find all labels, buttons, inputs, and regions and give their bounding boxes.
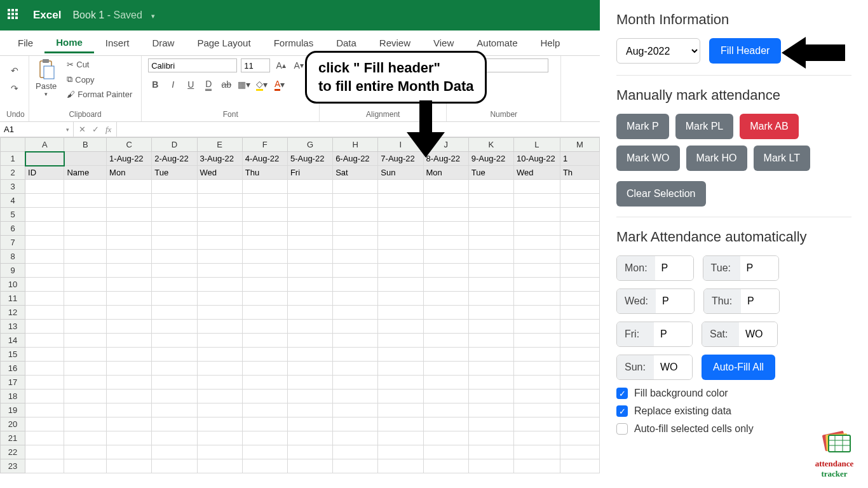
cell[interactable] — [64, 459, 107, 473]
cell[interactable] — [152, 236, 197, 250]
cell[interactable] — [378, 264, 423, 278]
cell[interactable] — [423, 459, 468, 473]
cell[interactable] — [468, 362, 513, 376]
cell[interactable] — [152, 194, 197, 208]
row-header[interactable]: 8 — [1, 250, 25, 264]
cell[interactable] — [513, 222, 560, 236]
cell[interactable] — [378, 180, 423, 194]
cell[interactable] — [423, 194, 468, 208]
cell[interactable] — [242, 417, 287, 431]
cell[interactable] — [107, 390, 152, 403]
cell[interactable] — [287, 362, 332, 376]
cell[interactable] — [468, 445, 513, 459]
cell[interactable]: Mon — [107, 166, 152, 180]
cell[interactable] — [107, 236, 152, 250]
cell[interactable] — [468, 459, 513, 473]
cell[interactable] — [468, 348, 513, 362]
cell[interactable] — [468, 417, 513, 431]
cell[interactable] — [197, 403, 242, 417]
cell[interactable] — [64, 306, 107, 320]
col-header[interactable]: M — [560, 138, 599, 152]
cell[interactable] — [287, 208, 332, 222]
cell[interactable] — [333, 194, 378, 208]
cell[interactable] — [513, 334, 560, 348]
cell[interactable] — [287, 445, 332, 459]
cell[interactable] — [333, 459, 378, 473]
cell[interactable] — [468, 250, 513, 264]
cell[interactable] — [513, 208, 560, 222]
tab-view[interactable]: View — [422, 34, 465, 52]
cell[interactable] — [197, 306, 242, 320]
cell[interactable]: 1-Aug-22 — [107, 152, 152, 166]
cell[interactable] — [107, 362, 152, 376]
cell[interactable] — [107, 459, 152, 473]
cell[interactable] — [287, 306, 332, 320]
cell[interactable] — [197, 348, 242, 362]
mark-ho-button[interactable]: Mark HO — [686, 146, 747, 171]
cell[interactable] — [25, 250, 64, 264]
cell[interactable] — [287, 194, 332, 208]
cell[interactable] — [25, 348, 64, 362]
clear-selection-button[interactable]: Clear Selection — [616, 181, 706, 207]
cell[interactable] — [64, 431, 107, 445]
cell[interactable]: 5-Aug-22 — [287, 152, 332, 166]
cell[interactable] — [513, 459, 560, 473]
cell[interactable] — [242, 278, 287, 292]
row-header[interactable]: 10 — [1, 278, 25, 292]
cell[interactable] — [152, 459, 197, 473]
row-header[interactable]: 18 — [1, 390, 25, 403]
cell[interactable] — [25, 306, 64, 320]
auto-fri-input[interactable] — [654, 322, 692, 346]
cell[interactable] — [197, 390, 242, 403]
cell[interactable] — [513, 417, 560, 431]
cell[interactable] — [64, 264, 107, 278]
cell[interactable] — [513, 362, 560, 376]
cell[interactable] — [287, 390, 332, 403]
cell[interactable] — [242, 403, 287, 417]
increase-font-button[interactable]: A▴ — [274, 58, 288, 72]
cell[interactable] — [242, 348, 287, 362]
cell[interactable] — [242, 194, 287, 208]
cell[interactable] — [378, 236, 423, 250]
cell[interactable] — [468, 180, 513, 194]
cell[interactable] — [287, 376, 332, 390]
fx-icon[interactable]: fx — [105, 125, 111, 135]
col-header[interactable]: C — [107, 138, 152, 152]
cell[interactable] — [423, 250, 468, 264]
cell[interactable] — [107, 334, 152, 348]
cell[interactable] — [152, 320, 197, 334]
mark-lt-button[interactable]: Mark LT — [754, 146, 810, 171]
cancel-formula-icon[interactable]: ✕ — [79, 125, 86, 134]
cell[interactable] — [25, 194, 64, 208]
cell[interactable] — [197, 445, 242, 459]
cell[interactable] — [64, 194, 107, 208]
cell[interactable] — [560, 362, 599, 376]
cell[interactable] — [242, 264, 287, 278]
cell[interactable] — [560, 208, 599, 222]
row-header[interactable]: 3 — [1, 180, 25, 194]
cell[interactable] — [423, 306, 468, 320]
cell[interactable] — [468, 236, 513, 250]
cell[interactable] — [423, 264, 468, 278]
cell[interactable] — [378, 431, 423, 445]
cut-button[interactable]: ✂Cut — [64, 58, 135, 71]
cell[interactable] — [242, 390, 287, 403]
tab-formulas[interactable]: Formulas — [262, 34, 325, 52]
cell[interactable] — [25, 264, 64, 278]
cell[interactable] — [423, 390, 468, 403]
cell[interactable] — [107, 278, 152, 292]
cell[interactable] — [468, 222, 513, 236]
cell[interactable] — [468, 292, 513, 306]
row-header[interactable]: 6 — [1, 222, 25, 236]
cell[interactable] — [64, 236, 107, 250]
cell[interactable]: ID — [25, 166, 64, 180]
col-header[interactable]: F — [242, 138, 287, 152]
paste-button[interactable]: Paste ▾ — [36, 58, 57, 97]
cell[interactable] — [560, 376, 599, 390]
cell[interactable] — [378, 334, 423, 348]
col-header[interactable]: B — [64, 138, 107, 152]
auto-mon-input[interactable] — [655, 256, 693, 280]
cell[interactable] — [423, 417, 468, 431]
app-launcher-icon[interactable] — [8, 9, 20, 22]
cell[interactable] — [378, 292, 423, 306]
